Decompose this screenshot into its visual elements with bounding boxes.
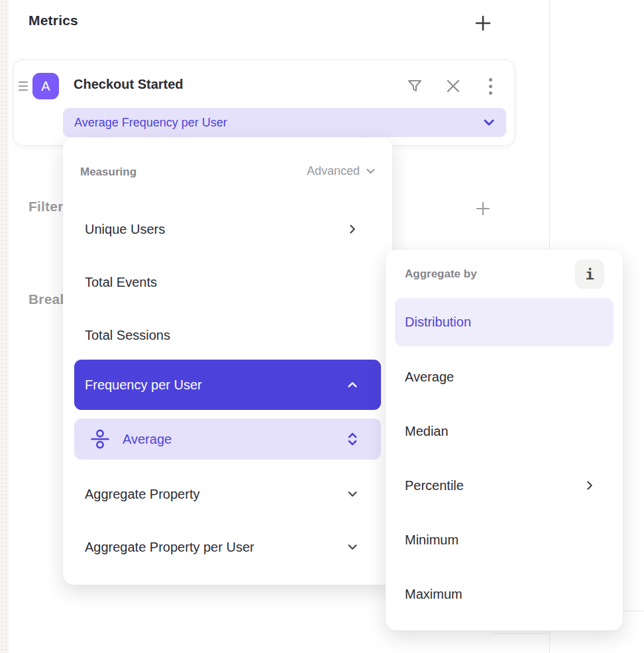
kebab-menu-icon[interactable]: [479, 75, 502, 97]
add-metric-button[interactable]: [473, 13, 493, 33]
info-icon[interactable]: i: [575, 260, 604, 289]
aggregate-item-minimum[interactable]: Minimum: [386, 525, 623, 554]
menu-item-aggregate-property-per-user[interactable]: Aggregate Property per User: [63, 528, 392, 566]
background-gridline: [493, 633, 549, 634]
menu-item-unique-users[interactable]: Unique Users: [63, 211, 392, 248]
chevron-down-icon: [365, 166, 376, 177]
canvas-edge-texture: [0, 0, 9, 653]
chevron-down-icon: [482, 116, 496, 129]
aggregate-item-average[interactable]: Average: [386, 362, 623, 391]
menu-item-frequency-average[interactable]: Average: [74, 419, 381, 460]
chevron-up-icon: [345, 379, 360, 391]
aggregate-by-label: Aggregate by: [405, 268, 477, 281]
chevron-right-icon: [345, 223, 360, 235]
aggregate-by-dropdown: Aggregate by i Distribution Average Medi…: [386, 250, 623, 630]
measuring-mode-value: Advanced: [307, 164, 360, 178]
measurement-selector[interactable]: Average Frequency per User: [63, 108, 506, 137]
chevron-down-icon: [345, 541, 360, 553]
add-filter-button[interactable]: [473, 199, 493, 219]
chevron-down-icon: [345, 488, 360, 500]
aggregate-item-median[interactable]: Median: [386, 417, 623, 446]
aggregate-item-maximum[interactable]: Maximum: [386, 579, 623, 609]
menu-item-total-events[interactable]: Total Events: [63, 264, 392, 301]
chevron-updown-icon: [345, 432, 360, 446]
drag-handle-icon[interactable]: [19, 79, 29, 93]
menu-item-frequency-per-user[interactable]: Frequency per User: [74, 360, 381, 410]
plus-icon: [474, 15, 492, 32]
measuring-label: Measuring: [80, 166, 136, 179]
metric-card: A Checkout Started Average Frequency per…: [13, 60, 515, 146]
plus-icon: [475, 201, 491, 217]
measurement-label: Average Frequency per User: [74, 116, 227, 130]
metric-letter-badge: A: [32, 73, 59, 99]
chevron-right-icon: [582, 479, 598, 491]
metrics-section-title: Metrics: [28, 13, 78, 28]
average-divide-icon: [88, 428, 111, 450]
measuring-dropdown: Measuring Advanced Unique Users Total Ev…: [63, 138, 392, 585]
filter-icon[interactable]: [403, 75, 426, 97]
menu-item-total-sessions[interactable]: Total Sessions: [63, 317, 392, 354]
aggregate-item-distribution[interactable]: Distribution: [395, 298, 614, 346]
event-name[interactable]: Checkout Started: [74, 77, 184, 92]
close-icon[interactable]: [442, 75, 464, 97]
menu-item-aggregate-property[interactable]: Aggregate Property: [63, 476, 392, 513]
aggregate-item-percentile[interactable]: Percentile: [386, 471, 623, 500]
measuring-mode-selector[interactable]: Advanced: [307, 164, 376, 178]
